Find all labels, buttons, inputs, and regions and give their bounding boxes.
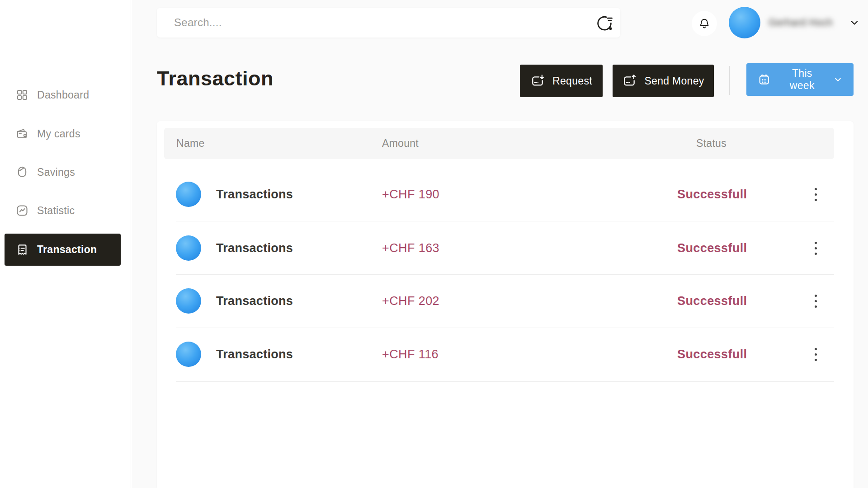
- search-input[interactable]: [157, 8, 589, 38]
- sidebar-item-statistic[interactable]: Statistic: [15, 201, 75, 221]
- sidebar-item-label: Dashboard: [37, 89, 89, 101]
- receipt-icon: [15, 243, 29, 257]
- transaction-avatar: [176, 342, 201, 367]
- transactions-table: Name Amount Status Transactions +CHF 190…: [157, 121, 854, 488]
- page-title: Transaction: [157, 67, 274, 90]
- savings-pot-icon: [15, 165, 29, 179]
- chevron-down-icon: [849, 17, 860, 28]
- user-name: Gerhard Hoch: [769, 17, 841, 28]
- table-header-row: Name Amount Status: [164, 128, 834, 159]
- row-separator: [176, 328, 834, 328]
- wallet-icon: [15, 127, 29, 141]
- bell-icon: [698, 17, 711, 30]
- sidebar-item-label: Savings: [37, 166, 75, 178]
- transaction-name: Transactions: [216, 288, 293, 314]
- transaction-name: Transactions: [216, 182, 293, 207]
- send-money-button[interactable]: Send Money: [613, 65, 714, 97]
- row-menu-button[interactable]: [807, 345, 825, 363]
- sidebar-item-label: Statistic: [37, 205, 75, 217]
- transaction-status: Successfull: [677, 288, 747, 314]
- calendar-icon: [757, 72, 771, 87]
- date-filter-label: This week: [779, 67, 825, 92]
- send-money-button-label: Send Money: [644, 75, 704, 87]
- table-row[interactable]: Transactions +CHF 190 Successfull: [157, 182, 854, 207]
- sidebar-item-label: Transaction: [37, 244, 97, 256]
- transaction-avatar: [176, 182, 201, 207]
- row-menu-button[interactable]: [807, 292, 825, 310]
- transaction-status: Successfull: [677, 342, 747, 367]
- card-receive-icon: [530, 74, 545, 88]
- avatar: [729, 7, 760, 38]
- sidebar-item-transaction[interactable]: Transaction: [5, 234, 121, 266]
- request-button-label: Request: [552, 75, 592, 87]
- transaction-amount: +CHF 116: [382, 342, 439, 367]
- table-row[interactable]: Transactions +CHF 163 Successfull: [157, 235, 854, 261]
- row-separator: [176, 221, 834, 221]
- transaction-status: Successfull: [677, 182, 747, 207]
- header-divider: [729, 66, 730, 95]
- search-button[interactable]: [589, 8, 620, 38]
- sidebar: Dashboard My cards Savings Statistic Tra…: [0, 0, 131, 488]
- transaction-avatar: [176, 288, 201, 314]
- transaction-amount: +CHF 163: [382, 235, 439, 261]
- sidebar-item-my-cards[interactable]: My cards: [15, 124, 80, 144]
- transaction-name: Transactions: [216, 235, 293, 261]
- row-menu-button[interactable]: [807, 185, 825, 203]
- column-header-status: Status: [696, 128, 726, 159]
- user-menu[interactable]: Gerhard Hoch: [729, 6, 860, 39]
- transaction-amount: +CHF 202: [382, 288, 439, 314]
- dashboard-icon: [15, 88, 29, 102]
- transaction-name: Transactions: [216, 342, 293, 367]
- search-icon: [595, 13, 614, 32]
- column-header-amount: Amount: [382, 128, 419, 159]
- card-send-icon: [622, 74, 637, 88]
- transaction-status: Successfull: [677, 235, 747, 261]
- sidebar-item-savings[interactable]: Savings: [15, 162, 75, 182]
- transaction-avatar: [176, 235, 201, 261]
- date-filter-button[interactable]: This week: [746, 63, 854, 96]
- row-separator: [176, 381, 834, 382]
- table-row[interactable]: Transactions +CHF 116 Successfull: [157, 342, 854, 367]
- statistic-icon: [15, 204, 29, 217]
- request-button[interactable]: Request: [520, 65, 603, 97]
- sidebar-item-label: My cards: [37, 128, 80, 140]
- transaction-amount: +CHF 190: [382, 182, 439, 207]
- table-row[interactable]: Transactions +CHF 202 Successfull: [157, 288, 854, 314]
- search-bar: [157, 8, 620, 38]
- sidebar-item-dashboard[interactable]: Dashboard: [15, 85, 89, 105]
- notifications-button[interactable]: [692, 11, 717, 36]
- column-header-name: Name: [176, 128, 205, 159]
- row-menu-button[interactable]: [807, 239, 825, 257]
- chevron-down-icon: [833, 75, 843, 84]
- row-separator: [176, 274, 834, 275]
